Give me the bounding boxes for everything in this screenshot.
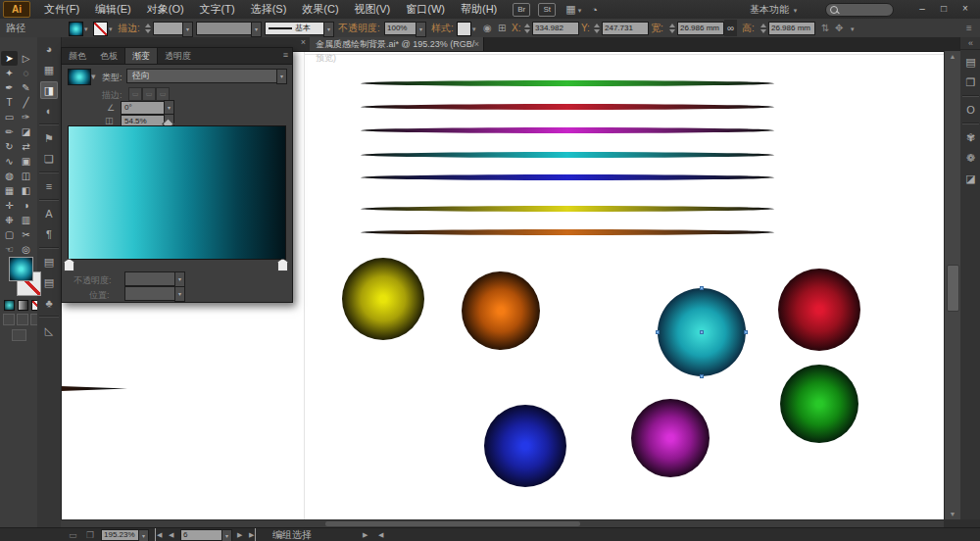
stroke-color-swatch[interactable] xyxy=(93,22,108,36)
draw-behind-button[interactable] xyxy=(17,314,28,325)
horizontal-scroll-thumb[interactable] xyxy=(325,521,580,526)
line-segment-tool[interactable]: ╱ xyxy=(18,95,34,110)
symbols-panel-icon[interactable]: ♣ xyxy=(40,294,58,312)
lasso-tool[interactable]: ◌ xyxy=(18,66,34,80)
style-label[interactable]: 样式: xyxy=(431,19,454,37)
width-profile-arrow[interactable]: ▾ xyxy=(251,22,262,37)
menu-item-帮助(H)[interactable]: 帮助(H) xyxy=(453,2,505,17)
zoom-level-field[interactable]: 195.23% xyxy=(101,529,140,541)
graphic-styles-panel-icon[interactable]: ❏ xyxy=(40,150,58,168)
column-graph-tool[interactable]: ▥ xyxy=(18,213,34,227)
gradient-type-arrow[interactable]: ▾ xyxy=(276,69,287,84)
transform-extra-icon-2[interactable]: ✥ xyxy=(835,19,843,37)
paragraph-panel-icon[interactable]: ¶ xyxy=(40,225,58,243)
document-tab-active[interactable]: 金属质感绘制背景.ai* @ 195.23% (RGB/预览) × xyxy=(310,37,484,51)
opacity-field[interactable]: 100% xyxy=(384,22,417,35)
panel-tab-透明度[interactable]: 透明度 xyxy=(158,48,198,64)
stroke-weight-stepper[interactable] xyxy=(144,23,151,34)
style-swatch[interactable] xyxy=(457,22,471,36)
appearance-panel-icon[interactable]: ❁ xyxy=(962,149,980,167)
cs-live-icon[interactable]: ◔ xyxy=(591,4,598,16)
fill-dropdown-arrow[interactable]: ▾ xyxy=(82,19,88,37)
gradient-type-dropdown[interactable]: 径向 xyxy=(126,69,281,83)
stop-location-dropdown[interactable]: ▾ xyxy=(174,286,185,302)
gradient-panel-icon[interactable]: ◨ xyxy=(40,81,58,99)
pen-tool[interactable]: ✒ xyxy=(1,80,18,95)
stroke-weight-dropdown[interactable]: ▾ xyxy=(182,22,193,37)
vertical-scrollbar[interactable]: ▲ ▼ xyxy=(944,51,960,519)
menu-item-选择(S)[interactable]: 选择(S) xyxy=(243,2,295,17)
arrange-documents-icon[interactable]: ▦▾ xyxy=(565,3,581,16)
recolor-artwork-icon[interactable]: ◉ xyxy=(483,19,492,37)
slice-tool[interactable]: ✂ xyxy=(18,227,34,242)
scroll-up-arrow[interactable]: ▲ xyxy=(945,51,960,62)
menu-item-编辑(E)[interactable]: 编辑(E) xyxy=(87,2,139,17)
maximize-button[interactable]: □ xyxy=(933,1,955,16)
draw-normal-button[interactable] xyxy=(3,314,15,325)
opentype-panel-icon[interactable]: O xyxy=(962,101,980,119)
fill-indicator[interactable] xyxy=(9,257,33,281)
gradient-thumb-arrow[interactable]: ▾ xyxy=(91,72,96,81)
height-field[interactable]: 26.986 mm xyxy=(768,22,815,35)
paintbrush-tool[interactable]: ✑ xyxy=(18,110,34,124)
x-stepper[interactable] xyxy=(523,23,530,34)
first-artboard-button[interactable]: ◀ xyxy=(155,528,162,541)
rotate-tool[interactable]: ↻ xyxy=(1,139,18,154)
layers-panel-icon[interactable]: ▤ xyxy=(962,53,980,71)
panel-tab-渐变[interactable]: 渐变 xyxy=(124,48,158,64)
stop-location-field[interactable] xyxy=(124,286,179,301)
brush-libraries-icon[interactable]: ▤ xyxy=(40,253,58,270)
stroke-weight-field[interactable] xyxy=(153,22,184,35)
opacity-dropdown[interactable]: ▾ xyxy=(416,22,426,37)
gradient-stop-right[interactable] xyxy=(277,259,288,271)
minimize-button[interactable]: – xyxy=(911,1,933,16)
gradient-stop-left[interactable] xyxy=(64,259,74,271)
stroke-panel-icon[interactable]: ≡ xyxy=(40,177,58,195)
scroll-right-icon[interactable]: ▶ xyxy=(363,528,368,541)
gradient-tool[interactable]: ◧ xyxy=(18,183,34,198)
artboard-number-field[interactable]: 6 xyxy=(180,529,223,541)
rectangle-tool[interactable]: ▭ xyxy=(1,110,18,124)
stop-opacity-field[interactable] xyxy=(124,271,179,286)
width-field[interactable]: 26.986 mm xyxy=(677,22,724,35)
menu-item-文件(F)[interactable]: 文件(F) xyxy=(36,2,87,17)
eyedropper-tool[interactable]: ✛ xyxy=(1,198,18,213)
gradient-thumbnail[interactable] xyxy=(68,69,91,85)
vertical-scroll-thumb[interactable] xyxy=(947,265,959,312)
stop-opacity-dropdown[interactable]: ▾ xyxy=(174,271,185,287)
next-artboard-button[interactable]: ▶ xyxy=(237,528,242,541)
hidden-tab-close-icon[interactable]: × xyxy=(297,37,310,47)
stroke-dropdown-arrow[interactable]: ▾ xyxy=(107,19,113,37)
fill-color-swatch[interactable] xyxy=(69,22,83,36)
type-tool[interactable]: T xyxy=(1,95,18,110)
magic-wand-tool[interactable]: ✦ xyxy=(1,66,18,80)
opacity-label[interactable]: 不透明度: xyxy=(338,19,380,37)
menu-item-文字(T)[interactable]: 文字(T) xyxy=(192,2,243,17)
perspective-grid-tool[interactable]: ◫ xyxy=(18,169,34,183)
zoom-tool[interactable]: ◎ xyxy=(18,242,34,257)
menu-item-对象(O)[interactable]: 对象(O) xyxy=(139,2,192,17)
mesh-tool[interactable]: ▦ xyxy=(1,183,18,198)
close-button[interactable]: × xyxy=(955,1,976,16)
stroke-weight-label[interactable]: 描边: xyxy=(118,19,140,37)
transparency-panel-icon[interactable]: ◐ xyxy=(40,102,58,120)
direct-selection-tool[interactable]: ▷ xyxy=(18,51,34,66)
artboard-tool[interactable]: ▢ xyxy=(1,227,18,242)
color-panel-icon[interactable]: ◕ xyxy=(40,40,58,58)
gradient-button[interactable] xyxy=(18,300,28,311)
search-input[interactable] xyxy=(825,3,894,17)
last-artboard-button[interactable]: ▶ xyxy=(249,528,256,541)
expand-panels-icon[interactable]: « xyxy=(960,37,980,50)
curvature-tool[interactable]: ✎ xyxy=(18,80,34,95)
appearance-panel-icon[interactable]: ⚑ xyxy=(40,129,58,147)
free-transform-tool[interactable]: ▣ xyxy=(18,154,34,169)
y-stepper[interactable] xyxy=(593,23,600,34)
brush-definition-arrow[interactable]: ▾ xyxy=(323,22,334,37)
panel-tab-颜色[interactable]: 颜色 xyxy=(62,48,93,64)
menu-item-视图(V)[interactable]: 视图(V) xyxy=(347,2,399,17)
tab-close-icon[interactable]: × xyxy=(470,37,483,51)
panel-menu-icon[interactable]: ≡ xyxy=(283,50,288,60)
width-profile-dropdown[interactable] xyxy=(196,22,253,35)
shape-builder-tool[interactable]: ◍ xyxy=(1,169,18,183)
screen-mode-button[interactable] xyxy=(12,329,26,341)
